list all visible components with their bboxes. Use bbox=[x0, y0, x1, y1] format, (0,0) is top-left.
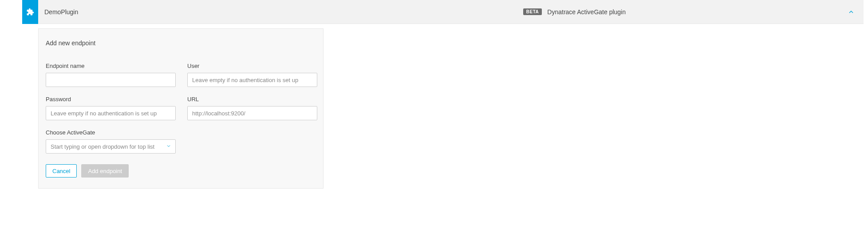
user-field: User bbox=[187, 63, 317, 87]
password-input[interactable] bbox=[46, 106, 176, 120]
password-label: Password bbox=[46, 96, 176, 103]
endpoint-name-label: Endpoint name bbox=[46, 63, 176, 69]
password-field: Password bbox=[46, 96, 176, 120]
plugin-type-label: Dynatrace ActiveGate plugin bbox=[547, 8, 626, 16]
puzzle-icon bbox=[26, 8, 34, 16]
choose-activegate-label: Choose ActiveGate bbox=[46, 129, 176, 136]
add-endpoint-form: Add new endpoint Endpoint name User Pass… bbox=[38, 28, 324, 189]
chevron-up-icon bbox=[848, 8, 855, 16]
plugin-header: DemoPlugin BETA Dynatrace ActiveGate plu… bbox=[22, 0, 864, 24]
collapse-toggle[interactable] bbox=[848, 8, 855, 16]
plugin-name: DemoPlugin bbox=[44, 8, 78, 16]
url-label: URL bbox=[187, 96, 317, 103]
url-field: URL bbox=[187, 96, 317, 120]
add-endpoint-button[interactable]: Add endpoint bbox=[81, 164, 129, 178]
form-title: Add new endpoint bbox=[46, 39, 316, 47]
beta-badge: BETA bbox=[523, 8, 542, 15]
user-label: User bbox=[187, 63, 317, 69]
plugin-icon bbox=[22, 0, 38, 24]
endpoint-name-field: Endpoint name bbox=[46, 63, 176, 87]
form-actions: Cancel Add endpoint bbox=[46, 164, 316, 178]
choose-activegate-field: Choose ActiveGate Start typing or open d… bbox=[46, 129, 176, 154]
user-input[interactable] bbox=[187, 73, 317, 87]
cancel-button[interactable]: Cancel bbox=[46, 164, 77, 178]
url-input[interactable] bbox=[187, 106, 317, 120]
endpoint-name-input[interactable] bbox=[46, 73, 176, 87]
choose-activegate-select[interactable]: Start typing or open dropdown for top li… bbox=[46, 139, 176, 154]
